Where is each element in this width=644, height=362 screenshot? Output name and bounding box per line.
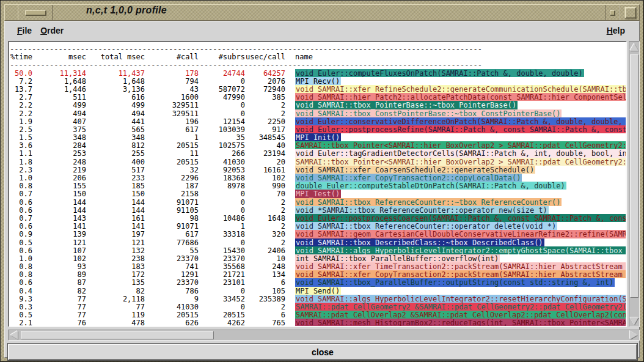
- scroll-right-arrow-icon[interactable]: [629, 330, 639, 340]
- col-total: 565: [86, 125, 145, 133]
- col-msec: 76: [32, 319, 86, 327]
- table-row[interactable]: 1.0206233229618368102void SAMRAI::xfer_C…: [10, 174, 626, 182]
- scroll-left-arrow-icon[interactable]: [9, 330, 19, 340]
- table-row[interactable]: 0.913919761733318320void SAMRAI::geom_Ca…: [10, 230, 626, 238]
- col-msec: 348: [32, 133, 86, 141]
- table-row[interactable]: 2.5375565617103039917void Euler::postpro…: [10, 125, 626, 133]
- col-usec: 235389: [245, 295, 285, 303]
- minimize-button[interactable]: [605, 5, 620, 20]
- table-row[interactable]: 0.68713523370231016void SAMRAI::tbox_Par…: [10, 278, 626, 286]
- table-row[interactable]: 2.7511616160047990385void SAMRAI::hier_P…: [10, 93, 626, 101]
- menu-file[interactable]: File: [13, 26, 36, 35]
- col-usec: 2406: [245, 246, 285, 254]
- maximize-button[interactable]: [620, 5, 640, 20]
- col-msec: 284: [32, 141, 86, 149]
- function-name: void SAMRAI::tbox_PointerBase::~tbox_Poi…: [295, 101, 518, 109]
- table-row[interactable]: 3.62848122051510257540SAMRAI::tbox_Point…: [10, 141, 626, 149]
- function-name: void SAMRAI::mesh_HistogramBox2::reduceT…: [295, 319, 626, 327]
- table-row[interactable]: 0.61411419107112void SAMRAI::tbox_Refere…: [10, 222, 626, 230]
- col-subrs: 0: [199, 206, 245, 214]
- window-menu-button[interactable]: [18, 5, 53, 20]
- horizontal-scroll-thumb[interactable]: [21, 331, 214, 339]
- table-row[interactable]: 0.89318374135568248void SAMRAI::xfer_Tim…: [10, 262, 626, 270]
- table-row[interactable]: 1.9407441196121542250void Euler::conserv…: [10, 117, 626, 125]
- function-name: double Euler::computeStableDtOnPatch(SAM…: [295, 182, 566, 190]
- col-subrs: 0: [199, 190, 245, 198]
- function-name: SAMRAI::tbox_Pointer<SAMRAI::hier_BoxOve…: [295, 141, 626, 149]
- table-row[interactable]: 0.61441449110502void *SAMRAI::tbox_Refer…: [10, 206, 626, 214]
- col-pct: 0.6: [10, 246, 32, 254]
- table-row[interactable]: 0.81551851878978990double Euler::compute…: [10, 182, 626, 190]
- function-name: void SAMRAI::xfer_RefineSchedule2::gener…: [295, 85, 626, 93]
- col-subrs: 102575: [199, 141, 245, 149]
- col-usec: 348545: [245, 133, 285, 141]
- col-total: 233: [86, 174, 145, 182]
- col-calls: 41030: [145, 303, 199, 311]
- col-subrs: 0: [199, 287, 245, 295]
- col-subrs: 8978: [199, 182, 245, 190]
- table-row[interactable]: 1.12532551126623194void Euler::tagGradie…: [10, 149, 626, 157]
- titlebar[interactable]: n,c,t 1,0,0 profile: [4, 4, 640, 21]
- col-total: 2,118: [86, 295, 145, 303]
- table-row[interactable]: 50.011,31411,4371782474464257void Euler:…: [10, 69, 626, 77]
- table-row[interactable]: 9.3772,118933452235389void SAMRAI::algs_…: [10, 295, 626, 303]
- col-msec: 219: [32, 166, 86, 174]
- col-usec: 917: [245, 125, 285, 133]
- col-msec: 375: [32, 125, 86, 133]
- function-name: MPI_Recv(): [295, 77, 341, 85]
- table-row[interactable]: 0.57711920515205156SAMRAI::pdat_CellOver…: [10, 311, 626, 319]
- table-row[interactable]: 1.0102238233702337010int SAMRAI::tbox_Pa…: [10, 254, 626, 262]
- table-row[interactable]: 2.3219517329205316161void SAMRAI::xfer_C…: [10, 166, 626, 174]
- function-name: MPI_Send(): [295, 287, 341, 295]
- col-usec: 16161: [245, 166, 285, 174]
- table-row[interactable]: 0.51211217768602void SAMRAI::tbox_Descri…: [10, 238, 626, 246]
- table-row[interactable]: 0.61441449107102void SAMRAI::tbox_Refere…: [10, 198, 626, 206]
- table-row[interactable]: 2.249449432951102void SAMRAI::tbox_Const…: [10, 109, 626, 117]
- table-row[interactable]: 0.71501502158070MPI_Test(): [10, 190, 626, 198]
- function-name: void SAMRAI::xfer_CopyTransaction2::copy…: [295, 174, 522, 182]
- col-msec: 206: [32, 174, 86, 182]
- col-subrs: 12154: [199, 117, 245, 125]
- horizontal-scrollbar[interactable]: [8, 330, 640, 341]
- col-usec: 2076: [245, 77, 285, 85]
- table-row[interactable]: 13.71,4463,1364358707272940void SAMRAI::…: [10, 85, 626, 93]
- column-header: name: [295, 53, 313, 61]
- col-calls: 187: [145, 182, 199, 190]
- col-total: 616: [86, 93, 145, 101]
- col-subrs: 35568: [199, 262, 245, 270]
- col-calls: 617: [145, 230, 199, 238]
- function-name: SAMRAI::pdat_CellOverlap2 &SAMRAI::pdat_…: [295, 311, 626, 319]
- col-usec: 6: [245, 278, 285, 286]
- col-usec: 2: [245, 303, 285, 311]
- col-usec: 64257: [245, 69, 285, 77]
- col-msec: 155: [32, 182, 86, 190]
- col-msec: 121: [32, 238, 86, 246]
- table-row[interactable]: 0.377774103002SAMRAI::pdat_CellGeometry2…: [10, 303, 626, 311]
- scroll-up-arrow-icon[interactable]: [629, 42, 639, 52]
- profile-text-area: ----------------------------------------…: [8, 41, 627, 327]
- table-row[interactable]: 0.482827860105MPI_Send(): [10, 287, 626, 295]
- table-row[interactable]: 2.1764786264262765void SAMRAI::mesh_Hist…: [10, 319, 626, 327]
- col-total: 172: [86, 270, 145, 278]
- table-row[interactable]: 0.714316198104861648void Euler::postproc…: [10, 214, 626, 222]
- col-pct: 0.6: [10, 222, 32, 230]
- table-row[interactable]: 1.5348348135348545MPI_Init(): [10, 133, 626, 141]
- table-row[interactable]: 7.21,6481,64879402076MPI_Recv(): [10, 77, 626, 85]
- col-total: 348: [86, 133, 145, 141]
- menu-help[interactable]: Help: [602, 26, 629, 35]
- table-row[interactable]: 0.610713255154302406void SAMRAI::algs_Hy…: [10, 246, 626, 254]
- table-row[interactable]: 2.249949932951102void SAMRAI::tbox_Point…: [10, 101, 626, 109]
- col-total: 499: [86, 101, 145, 109]
- table-row[interactable]: 1.8248400205154103020SAMRAI::tbox_Pointe…: [10, 158, 626, 166]
- scroll-down-arrow-icon[interactable]: [629, 316, 639, 326]
- vertical-scrollbar[interactable]: [629, 41, 640, 327]
- col-calls: 91105: [145, 206, 199, 214]
- function-name: void Euler::conservativeDifferenceOnPatc…: [295, 117, 626, 125]
- menu-order[interactable]: Order: [36, 26, 68, 35]
- function-name: void SAMRAI::algs_HyperbolicLevelIntegra…: [295, 246, 626, 254]
- table-row[interactable]: 0.889172129121721134void SAMRAI::xfer_Co…: [10, 270, 626, 278]
- close-button[interactable]: close: [8, 344, 637, 360]
- vertical-scroll-thumb[interactable]: [630, 54, 639, 298]
- column-header: #call: [145, 53, 199, 61]
- col-usec: 2: [245, 206, 285, 214]
